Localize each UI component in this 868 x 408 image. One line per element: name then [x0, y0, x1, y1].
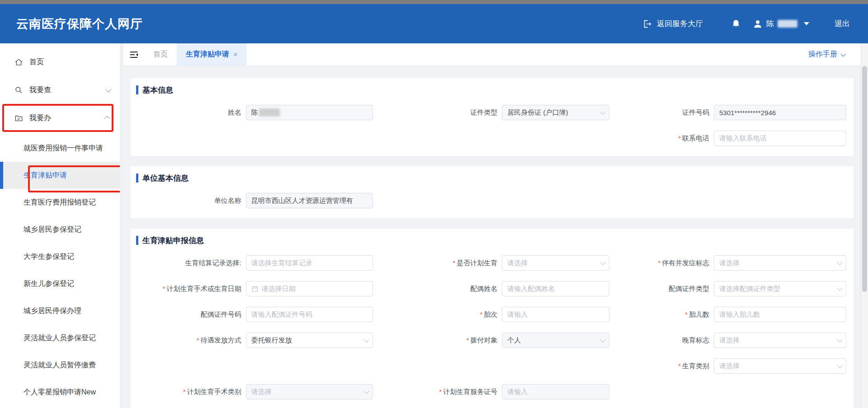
- late-birth-select[interactable]: 请选择: [714, 333, 846, 348]
- required-asterisk: *: [678, 134, 681, 142]
- phone-input[interactable]: 请输入联系电话: [714, 131, 846, 146]
- field-cert-no: 证件号码 5301**********2946: [609, 105, 846, 120]
- chevron-down-icon: [837, 285, 843, 291]
- back-to-hall-link[interactable]: 返回服务大厅: [642, 19, 703, 29]
- chevron-down-icon: [600, 109, 606, 115]
- sidebar-subitem-jiuyi[interactable]: 就医费用报销一件事申请: [0, 135, 120, 162]
- spouse-name-input[interactable]: 请输入配偶姓名: [502, 281, 609, 296]
- home-icon: [14, 58, 23, 66]
- sidebar-item-label: 我要查: [29, 85, 106, 95]
- back-to-hall-label: 返回服务大厅: [657, 19, 703, 29]
- spouse-cert-type-select[interactable]: 请选择配偶证件类型: [714, 281, 846, 296]
- complication-select[interactable]: 请选择: [714, 255, 846, 271]
- chevron-down-icon: [363, 337, 369, 342]
- page-scrollbar[interactable]: [861, 43, 868, 408]
- name-input: 陈: [246, 105, 373, 120]
- required-asterisk: *: [658, 259, 660, 267]
- field-planned-birth: *是否计划生育 请选择: [373, 255, 610, 271]
- redacted-blur: [778, 20, 797, 28]
- field-birth-order: *胎次 请输入: [373, 307, 610, 322]
- fetus-count-input[interactable]: 请输入胎儿数: [714, 307, 846, 322]
- scrollbar-thumb[interactable]: [862, 66, 867, 292]
- exit-door-icon: [642, 19, 652, 29]
- sidebar-item-home[interactable]: 首页: [0, 48, 120, 76]
- field-complication: *伴有并发症标志 请选择: [609, 255, 846, 271]
- required-asterisk: *: [163, 285, 165, 292]
- chevron-down-icon: [600, 259, 606, 265]
- required-asterisk: *: [466, 336, 469, 344]
- planned-birth-select[interactable]: 请选择: [502, 255, 609, 271]
- chevron-down-icon: [106, 86, 112, 92]
- manual-link[interactable]: 操作手册: [808, 43, 861, 66]
- sidebar-item-handle[interactable]: 我要办: [0, 104, 120, 132]
- field-spouse-name: 配偶姓名 请输入配偶姓名: [373, 281, 610, 296]
- cert-no-input: 5301**********2946: [714, 105, 846, 120]
- sidebar-subitem-linghuocanbao[interactable]: 灵活就业人员参保登记: [0, 324, 120, 352]
- section-basic-info: 基本信息 姓名 陈 证件类型 居民身份证 (户口簿) 证件号码: [131, 78, 854, 156]
- field-birth-category: *生育类别 请选择: [609, 358, 846, 374]
- sidebar-subitem-shengyujintie[interactable]: 生育津贴申请: [0, 162, 120, 189]
- tab-close-icon[interactable]: ×: [233, 51, 237, 59]
- field-name: 姓名 陈: [136, 105, 373, 120]
- field-late-birth: 晚育标志 请选择: [609, 333, 846, 348]
- field-payment-method: *待遇发放方式 委托银行发放: [136, 333, 373, 348]
- sidebar-subitem-shengyibaoxiao[interactable]: 生育医疗费用报销登记: [0, 189, 120, 216]
- sidebar-item-label: 首页: [29, 57, 110, 67]
- tab-home[interactable]: 首页: [144, 43, 177, 66]
- chevron-down-icon: [363, 388, 369, 394]
- birth-record-input[interactable]: 请选择生育结算记录: [246, 255, 373, 271]
- app-header: 云南医疗保障个人网厅 返回服务大厅 陈 退出: [0, 4, 868, 43]
- tab-maternity-allowance[interactable]: 生育津贴申请 ×: [177, 43, 246, 66]
- required-asterisk: *: [480, 310, 482, 318]
- chevron-down-icon: [837, 362, 843, 368]
- required-asterisk: *: [197, 336, 199, 344]
- sidebar: 首页 我要查 我要办 就医费用报销一件事申请 生育津贴申请 生育医疗费用报销登记…: [0, 43, 120, 408]
- sidebar-subitem-xinshenger[interactable]: 新生儿参保登记: [0, 270, 120, 297]
- tab-bar: 首页 生育津贴申请 × 操作手册: [123, 43, 861, 66]
- user-menu[interactable]: 陈: [753, 19, 809, 29]
- sidebar-scrollbar[interactable]: [120, 43, 123, 408]
- browser-edge: [0, 0, 868, 4]
- payment-method-select[interactable]: 委托银行发放: [246, 333, 373, 348]
- sidebar-subitem-tingbao[interactable]: 城乡居民停保办理: [0, 297, 120, 324]
- sidebar-collapse-button[interactable]: [123, 43, 144, 66]
- field-spouse-cert-no: 配偶证件号码 请输入配偶证件号码: [136, 307, 373, 322]
- caret-down-icon: [804, 22, 809, 25]
- sidebar-subitem-chengxiangcanbao[interactable]: 城乡居民参保登记: [0, 216, 120, 243]
- sidebar-subitem-lingxing[interactable]: 个人零星报销申请New: [0, 379, 120, 406]
- calendar-icon: [251, 285, 259, 292]
- sidebar-subitem-linghuozanting[interactable]: 灵活就业人员暂停缴费: [0, 352, 120, 379]
- field-surgery-category: *计划生育手术类别 请选择: [136, 384, 373, 399]
- spouse-cert-no-input[interactable]: 请输入配偶证件号码: [246, 307, 373, 322]
- chevron-down-icon: [837, 259, 843, 265]
- tab-label: 生育津贴申请: [186, 50, 229, 59]
- chevron-down-icon: [837, 337, 843, 342]
- birth-order-input[interactable]: 请输入: [502, 307, 609, 322]
- field-fetus-count: *胎儿数 请输入胎儿数: [609, 307, 846, 322]
- field-birth-date: *计划生育手术或生育日期 请选择日期: [136, 281, 373, 296]
- sidebar-item-query[interactable]: 我要查: [0, 76, 120, 104]
- folder-check-icon: [14, 114, 23, 122]
- service-cert-no-input: 请输入: [502, 384, 609, 399]
- payment-target-select: 个人: [502, 333, 609, 348]
- tab-label: 首页: [153, 50, 168, 59]
- birth-date-picker[interactable]: 请选择日期: [246, 281, 373, 296]
- required-asterisk: *: [678, 362, 681, 370]
- birth-category-select[interactable]: 请选择: [714, 358, 846, 374]
- collapse-menu-icon: [129, 50, 139, 60]
- field-phone: *联系电话 请输入联系电话: [609, 131, 846, 146]
- field-unit-name: 单位名称 昆明市西山区人才资源运营管理有: [136, 193, 373, 208]
- sidebar-item-label: 我要办: [29, 113, 106, 123]
- logout-button[interactable]: 退出: [835, 19, 850, 29]
- section-unit-info: 单位基本信息 单位名称 昆明市西山区人才资源运营管理有: [131, 166, 854, 218]
- required-asterisk: *: [183, 388, 186, 395]
- field-service-cert-no: *计划生育服务证号 请输入: [373, 384, 610, 399]
- search-icon: [14, 86, 23, 94]
- required-asterisk: *: [439, 388, 442, 395]
- field-cert-type: 证件类型 居民身份证 (户口簿): [373, 105, 610, 120]
- app-window: 云南医疗保障个人网厅 返回服务大厅 陈 退出: [0, 0, 868, 408]
- bell-icon[interactable]: [731, 19, 741, 29]
- chevron-down-icon: [841, 51, 846, 56]
- field-payment-target: *拨付对象 个人: [373, 333, 610, 348]
- sidebar-subitem-daxuesheng[interactable]: 大学生参保登记: [0, 243, 120, 270]
